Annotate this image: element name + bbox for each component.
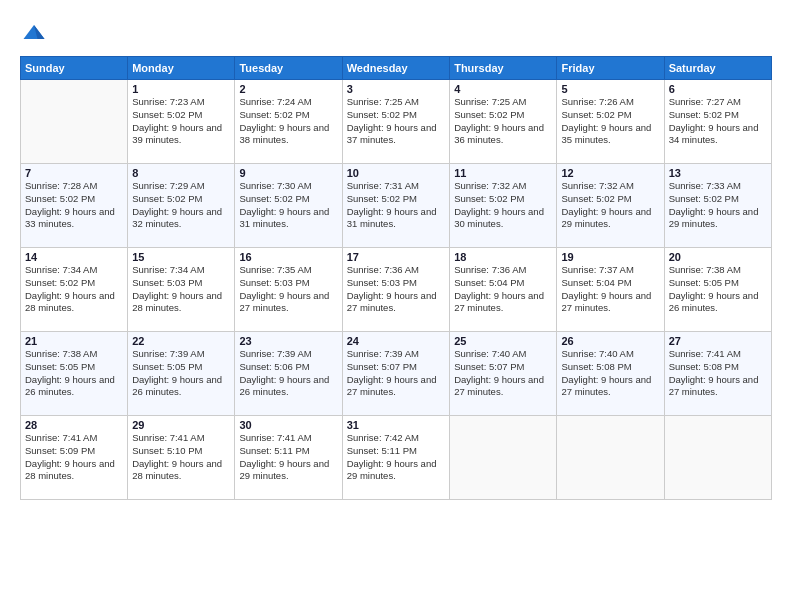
calendar-cell: 31Sunrise: 7:42 AM Sunset: 5:11 PM Dayli… xyxy=(342,416,449,500)
calendar-cell: 17Sunrise: 7:36 AM Sunset: 5:03 PM Dayli… xyxy=(342,248,449,332)
day-number: 7 xyxy=(25,167,123,179)
day-info: Sunrise: 7:36 AM Sunset: 5:03 PM Dayligh… xyxy=(347,264,445,315)
weekday-header-sunday: Sunday xyxy=(21,57,128,80)
header xyxy=(20,18,772,46)
day-info: Sunrise: 7:41 AM Sunset: 5:11 PM Dayligh… xyxy=(239,432,337,483)
day-info: Sunrise: 7:25 AM Sunset: 5:02 PM Dayligh… xyxy=(347,96,445,147)
calendar-cell: 28Sunrise: 7:41 AM Sunset: 5:09 PM Dayli… xyxy=(21,416,128,500)
day-info: Sunrise: 7:25 AM Sunset: 5:02 PM Dayligh… xyxy=(454,96,552,147)
day-number: 2 xyxy=(239,83,337,95)
day-number: 29 xyxy=(132,419,230,431)
calendar-cell xyxy=(557,416,664,500)
day-number: 10 xyxy=(347,167,445,179)
day-number: 21 xyxy=(25,335,123,347)
day-info: Sunrise: 7:40 AM Sunset: 5:08 PM Dayligh… xyxy=(561,348,659,399)
calendar-cell: 10Sunrise: 7:31 AM Sunset: 5:02 PM Dayli… xyxy=(342,164,449,248)
calendar-cell: 22Sunrise: 7:39 AM Sunset: 5:05 PM Dayli… xyxy=(128,332,235,416)
calendar-cell: 13Sunrise: 7:33 AM Sunset: 5:02 PM Dayli… xyxy=(664,164,771,248)
day-info: Sunrise: 7:26 AM Sunset: 5:02 PM Dayligh… xyxy=(561,96,659,147)
day-number: 5 xyxy=(561,83,659,95)
calendar-cell: 14Sunrise: 7:34 AM Sunset: 5:02 PM Dayli… xyxy=(21,248,128,332)
calendar-cell: 15Sunrise: 7:34 AM Sunset: 5:03 PM Dayli… xyxy=(128,248,235,332)
day-number: 26 xyxy=(561,335,659,347)
day-number: 23 xyxy=(239,335,337,347)
day-info: Sunrise: 7:34 AM Sunset: 5:03 PM Dayligh… xyxy=(132,264,230,315)
day-number: 24 xyxy=(347,335,445,347)
day-number: 18 xyxy=(454,251,552,263)
calendar-week-3: 14Sunrise: 7:34 AM Sunset: 5:02 PM Dayli… xyxy=(21,248,772,332)
calendar-week-4: 21Sunrise: 7:38 AM Sunset: 5:05 PM Dayli… xyxy=(21,332,772,416)
day-info: Sunrise: 7:41 AM Sunset: 5:09 PM Dayligh… xyxy=(25,432,123,483)
day-number: 17 xyxy=(347,251,445,263)
calendar-cell: 27Sunrise: 7:41 AM Sunset: 5:08 PM Dayli… xyxy=(664,332,771,416)
day-info: Sunrise: 7:39 AM Sunset: 5:06 PM Dayligh… xyxy=(239,348,337,399)
day-info: Sunrise: 7:39 AM Sunset: 5:05 PM Dayligh… xyxy=(132,348,230,399)
day-number: 19 xyxy=(561,251,659,263)
calendar-cell xyxy=(21,80,128,164)
weekday-header-thursday: Thursday xyxy=(450,57,557,80)
weekday-header-tuesday: Tuesday xyxy=(235,57,342,80)
day-info: Sunrise: 7:33 AM Sunset: 5:02 PM Dayligh… xyxy=(669,180,767,231)
day-number: 9 xyxy=(239,167,337,179)
day-info: Sunrise: 7:34 AM Sunset: 5:02 PM Dayligh… xyxy=(25,264,123,315)
day-number: 16 xyxy=(239,251,337,263)
day-info: Sunrise: 7:24 AM Sunset: 5:02 PM Dayligh… xyxy=(239,96,337,147)
day-info: Sunrise: 7:39 AM Sunset: 5:07 PM Dayligh… xyxy=(347,348,445,399)
calendar-cell: 2Sunrise: 7:24 AM Sunset: 5:02 PM Daylig… xyxy=(235,80,342,164)
calendar-cell: 1Sunrise: 7:23 AM Sunset: 5:02 PM Daylig… xyxy=(128,80,235,164)
day-number: 12 xyxy=(561,167,659,179)
day-info: Sunrise: 7:37 AM Sunset: 5:04 PM Dayligh… xyxy=(561,264,659,315)
day-number: 13 xyxy=(669,167,767,179)
weekday-header-friday: Friday xyxy=(557,57,664,80)
day-number: 15 xyxy=(132,251,230,263)
day-number: 1 xyxy=(132,83,230,95)
day-info: Sunrise: 7:32 AM Sunset: 5:02 PM Dayligh… xyxy=(561,180,659,231)
day-number: 27 xyxy=(669,335,767,347)
calendar-cell: 6Sunrise: 7:27 AM Sunset: 5:02 PM Daylig… xyxy=(664,80,771,164)
weekday-header-monday: Monday xyxy=(128,57,235,80)
day-number: 28 xyxy=(25,419,123,431)
day-info: Sunrise: 7:40 AM Sunset: 5:07 PM Dayligh… xyxy=(454,348,552,399)
calendar-cell: 26Sunrise: 7:40 AM Sunset: 5:08 PM Dayli… xyxy=(557,332,664,416)
calendar-cell: 21Sunrise: 7:38 AM Sunset: 5:05 PM Dayli… xyxy=(21,332,128,416)
day-number: 3 xyxy=(347,83,445,95)
day-info: Sunrise: 7:41 AM Sunset: 5:10 PM Dayligh… xyxy=(132,432,230,483)
day-number: 14 xyxy=(25,251,123,263)
day-number: 11 xyxy=(454,167,552,179)
calendar-cell: 3Sunrise: 7:25 AM Sunset: 5:02 PM Daylig… xyxy=(342,80,449,164)
calendar-cell: 18Sunrise: 7:36 AM Sunset: 5:04 PM Dayli… xyxy=(450,248,557,332)
calendar-cell: 24Sunrise: 7:39 AM Sunset: 5:07 PM Dayli… xyxy=(342,332,449,416)
calendar-cell: 20Sunrise: 7:38 AM Sunset: 5:05 PM Dayli… xyxy=(664,248,771,332)
day-info: Sunrise: 7:23 AM Sunset: 5:02 PM Dayligh… xyxy=(132,96,230,147)
calendar-page: SundayMondayTuesdayWednesdayThursdayFrid… xyxy=(0,0,792,612)
day-number: 22 xyxy=(132,335,230,347)
day-info: Sunrise: 7:31 AM Sunset: 5:02 PM Dayligh… xyxy=(347,180,445,231)
calendar-week-1: 1Sunrise: 7:23 AM Sunset: 5:02 PM Daylig… xyxy=(21,80,772,164)
calendar-cell: 12Sunrise: 7:32 AM Sunset: 5:02 PM Dayli… xyxy=(557,164,664,248)
day-number: 6 xyxy=(669,83,767,95)
day-info: Sunrise: 7:41 AM Sunset: 5:08 PM Dayligh… xyxy=(669,348,767,399)
day-info: Sunrise: 7:38 AM Sunset: 5:05 PM Dayligh… xyxy=(669,264,767,315)
weekday-header-row: SundayMondayTuesdayWednesdayThursdayFrid… xyxy=(21,57,772,80)
calendar-table: SundayMondayTuesdayWednesdayThursdayFrid… xyxy=(20,56,772,500)
calendar-cell: 16Sunrise: 7:35 AM Sunset: 5:03 PM Dayli… xyxy=(235,248,342,332)
weekday-header-wednesday: Wednesday xyxy=(342,57,449,80)
calendar-cell: 23Sunrise: 7:39 AM Sunset: 5:06 PM Dayli… xyxy=(235,332,342,416)
logo xyxy=(20,18,52,46)
calendar-cell: 19Sunrise: 7:37 AM Sunset: 5:04 PM Dayli… xyxy=(557,248,664,332)
calendar-cell xyxy=(664,416,771,500)
day-number: 8 xyxy=(132,167,230,179)
calendar-cell: 25Sunrise: 7:40 AM Sunset: 5:07 PM Dayli… xyxy=(450,332,557,416)
day-info: Sunrise: 7:32 AM Sunset: 5:02 PM Dayligh… xyxy=(454,180,552,231)
day-info: Sunrise: 7:38 AM Sunset: 5:05 PM Dayligh… xyxy=(25,348,123,399)
day-info: Sunrise: 7:28 AM Sunset: 5:02 PM Dayligh… xyxy=(25,180,123,231)
logo-icon xyxy=(20,18,48,46)
calendar-cell: 11Sunrise: 7:32 AM Sunset: 5:02 PM Dayli… xyxy=(450,164,557,248)
calendar-cell: 5Sunrise: 7:26 AM Sunset: 5:02 PM Daylig… xyxy=(557,80,664,164)
day-info: Sunrise: 7:35 AM Sunset: 5:03 PM Dayligh… xyxy=(239,264,337,315)
day-number: 20 xyxy=(669,251,767,263)
day-info: Sunrise: 7:29 AM Sunset: 5:02 PM Dayligh… xyxy=(132,180,230,231)
calendar-cell: 4Sunrise: 7:25 AM Sunset: 5:02 PM Daylig… xyxy=(450,80,557,164)
calendar-cell: 8Sunrise: 7:29 AM Sunset: 5:02 PM Daylig… xyxy=(128,164,235,248)
calendar-cell: 7Sunrise: 7:28 AM Sunset: 5:02 PM Daylig… xyxy=(21,164,128,248)
